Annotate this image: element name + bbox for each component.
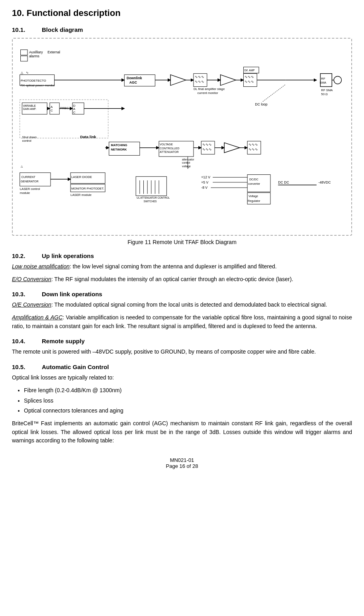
svg-text:△: △ (21, 71, 23, 74)
section-10-4-num: 10.4. (12, 338, 34, 344)
svg-text:∿∿∿: ∿∿∿ (195, 75, 204, 79)
bullet-item-1: Fibre length (0.2-0.4dB/Km @ 1300nm) (24, 386, 352, 395)
svg-text:Regulator: Regulator (248, 199, 260, 203)
svg-text:∿∿∿: ∿∿∿ (195, 80, 204, 84)
svg-text:∿∿∿: ∿∿∿ (249, 143, 258, 147)
block-diagram-svg: Auxilliary alarms External △ ∿ PHOTODETE… (17, 43, 347, 230)
bullet-list: Fibre length (0.2-0.4dB/Km @ 1300nm) Spl… (24, 386, 352, 415)
svg-text:module: module (20, 191, 30, 195)
svg-text:Downlink: Downlink (127, 76, 142, 80)
oe-conversion-label: O/E Conversion (12, 301, 51, 308)
svg-text:∿∿∿: ∿∿∿ (202, 147, 212, 151)
svg-text:LASER module: LASER module (70, 193, 92, 197)
svg-text:VOLTAGE: VOLTAGE (160, 143, 173, 146)
svg-text:converter: converter (248, 182, 260, 186)
section-10-1-header: 10.1. Block diagram (12, 26, 352, 33)
page-title: 10. Functional description (12, 8, 352, 18)
svg-text:∿∿∿: ∿∿∿ (202, 143, 212, 147)
svg-text:MONITOR PHOTODET.: MONITOR PHOTODET. (71, 187, 104, 190)
svg-text:DC    DC: DC DC (278, 180, 289, 184)
section-10-2-header: 10.2. Up link operations (12, 252, 352, 259)
section-10-2-para-1: Low noise amplification: the low level s… (12, 262, 352, 271)
svg-text:Shut    down: Shut down (22, 135, 37, 139)
svg-text:DC loop: DC loop (255, 102, 268, 106)
svg-text:control: control (182, 161, 190, 164)
section-10-3-content: O/E Conversion: The modulated optical si… (12, 301, 352, 330)
svg-text:current monitor: current monitor (198, 91, 218, 95)
svg-text:Auxilliary: Auxilliary (29, 51, 43, 55)
section-10-3-para-2: Amplification & AGC: Variable amplificat… (12, 313, 352, 330)
svg-text:∿∿∿: ∿∿∿ (245, 80, 254, 84)
section-10-3-header: 10.3. Down link operations (12, 291, 352, 297)
section-10-2-num: 10.2. (12, 252, 34, 259)
eo-conversion-label: E/O Conversion (12, 276, 51, 282)
svg-text:+12 V: +12 V (201, 175, 210, 179)
svg-text:PHOTODETECTO: PHOTODETECTO (21, 79, 46, 82)
svg-text:attenuator: attenuator (182, 158, 194, 161)
svg-text:ATTENUATOR: ATTENUATOR (160, 150, 179, 154)
svg-text:-48VDC: -48VDC (319, 180, 331, 184)
svg-text:D: D (73, 104, 76, 108)
svg-text:AGC: AGC (129, 80, 137, 84)
figure-caption: Figure 11 Remote Unit TFAF Block Diagram (12, 239, 352, 245)
svg-text:DC/DC: DC/DC (249, 178, 258, 181)
section-10-5-para-2: BriteCell™ Fast implements an automatic … (12, 419, 352, 445)
svg-text:NETWORK: NETWORK (111, 148, 127, 151)
section-10-1-title: Block diagram (42, 26, 83, 33)
section-10-5-para-1: Optical link losses are typically relate… (12, 374, 352, 382)
svg-text:Dif. AMP: Dif. AMP (244, 69, 255, 72)
svg-text:SWITCHES: SWITCHES (143, 200, 157, 203)
section-10-5-num: 10.5. (12, 364, 34, 370)
svg-text:VARIABLE: VARIABLE (23, 104, 36, 107)
section-10-2-content: Low noise amplification: the low level s… (12, 262, 352, 284)
svg-text:50 Ω: 50 Ω (321, 92, 328, 96)
bullet-item-2: Splices loss (24, 397, 352, 405)
svg-text:-8 V: -8 V (201, 186, 207, 190)
section-10-5-header: 10.5. Automatic Gain Control (12, 364, 352, 370)
svg-text:∿∿∿: ∿∿∿ (245, 75, 254, 79)
svg-text:C: C (73, 111, 76, 114)
svg-text:UL  ATTENUATOR CONTROL: UL ATTENUATOR CONTROL (137, 196, 170, 199)
section-10-4-para-1: The remote unit is powered with –48VDC s… (12, 348, 352, 356)
svg-text:voltage: voltage (182, 165, 191, 168)
section-10-3-para-1: O/E Conversion: The modulated optical si… (12, 301, 352, 309)
section-10-5-content: Optical link losses are typically relate… (12, 374, 352, 445)
footer-line-1: MN021-01 (12, 457, 352, 463)
low-noise-amplification-label: Low noise amplification (12, 263, 70, 270)
section-10-2-title: Up link operations (42, 252, 94, 259)
svg-text:alarms: alarms (29, 54, 40, 58)
svg-text:CURRENT: CURRENT (22, 175, 36, 179)
amplification-agc-label: Amplification & AGC (12, 314, 63, 321)
section-10-4-header: 10.4. Remote supply (12, 338, 352, 344)
svg-text:∿∿∿: ∿∿∿ (249, 147, 258, 151)
svg-text:RF: RF (321, 77, 325, 80)
section-10-3-title: Down link operations (42, 291, 102, 297)
svg-text:C: C (51, 109, 53, 112)
svg-text:LASER control: LASER control (20, 187, 40, 191)
section-10-3-num: 10.3. (12, 291, 34, 297)
svg-text:RX optical power monitor: RX optical power monitor (21, 84, 55, 88)
svg-text:Data link: Data link (80, 135, 96, 139)
section-10-5-title: Automatic Gain Control (42, 364, 109, 370)
svg-text:CONTROLLED: CONTROLLED (160, 147, 179, 150)
svg-text:GAIN AMP.: GAIN AMP. (23, 108, 36, 110)
svg-text:RF SMA: RF SMA (321, 88, 333, 92)
section-10-1-num: 10.1. (12, 26, 34, 33)
footer-line-2: Page 16 of 28 (12, 463, 352, 469)
svg-text:∿: ∿ (26, 71, 29, 74)
block-diagram: Auxilliary alarms External △ ∿ PHOTODETE… (12, 38, 352, 236)
svg-text:LASER DIODE: LASER DIODE (71, 175, 92, 179)
svg-text:External: External (47, 51, 60, 55)
svg-text:A: A (51, 105, 53, 109)
svg-text:+5 V: +5 V (201, 180, 208, 184)
section-10-4-title: Remote supply (42, 338, 85, 344)
bullet-item-3: Optical connectors tolerances and aging (24, 407, 352, 415)
page-footer: MN021-01 Page 16 of 28 (12, 457, 352, 469)
svg-text:control: control (22, 139, 31, 143)
section-10-4-content: The remote unit is powered with –48VDC s… (12, 348, 352, 356)
svg-text:GENERATOR: GENERATOR (21, 180, 39, 183)
svg-text:SMA: SMA (320, 81, 327, 84)
svg-rect-0 (17, 46, 347, 227)
section-10-2-para-2: E/O Conversion: The RF signal modulates … (12, 275, 352, 284)
svg-text:A: A (73, 107, 76, 111)
